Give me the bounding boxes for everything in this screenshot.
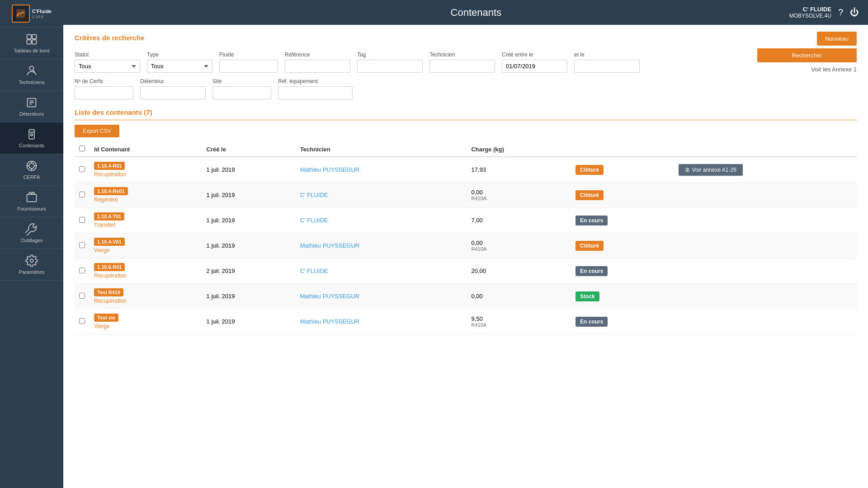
svg-rect-11 [29,130,34,139]
reference-group: Référence [285,52,350,73]
cerfa-input[interactable] [75,86,133,99]
statut-select[interactable]: Tous Clôturé En cours Stock [75,60,140,73]
contenant-id-badge[interactable]: 1.10.6-R01 [94,263,125,271]
sidebar-item-techniciens[interactable]: Techniciens [0,59,63,91]
technician-link[interactable]: Mathieu PUYSSEGUR [300,293,360,300]
header-user: C' FLUIDE MOBYSOLVE.4U [789,6,831,19]
sidebar-label-techniciens: Techniciens [19,80,44,85]
contenant-id-cell: 1.10.4-T01 Transfert [90,208,202,233]
technician-cell: Mathieu PUYSSEGUR [296,233,467,258]
detenteur-input[interactable] [140,86,206,99]
row-checkbox[interactable] [79,192,85,197]
technician-link[interactable]: Mathieu PUYSSEGUR [300,242,360,249]
cerfa-group: Nº de Cerfa [75,78,133,99]
contenant-id-badge[interactable]: 1.10.4-V01 [94,238,125,246]
row-checkbox[interactable] [79,217,85,223]
user-name: C' FLUIDE [789,6,831,13]
status-badge: Clôturé [576,165,604,175]
sidebar-item-detenteurs[interactable]: Détenteurs [0,91,63,122]
contenant-id-badge[interactable]: 1.10.4-T01 [94,212,124,221]
status-cell: Clôturé [571,233,674,258]
statut-label: Statut [75,52,140,58]
status-badge: Clôturé [576,241,604,251]
tag-group: Tag [357,52,423,73]
sidebar-logo: C'Fluide 1.10.6 [0,0,63,28]
col-charge: Charge (kg) [467,142,571,157]
actions-cell [674,208,857,233]
technicien-input[interactable] [429,60,495,73]
contenant-id-cell: Test R410 Récupération [90,284,202,309]
new-button[interactable]: Nouveau [817,32,857,46]
export-csv-button[interactable]: Export CSV [75,125,119,137]
cree-entre-input[interactable] [502,60,567,73]
status-cell: En cours [571,258,674,284]
fluide-input[interactable] [219,60,278,73]
row-checkbox[interactable] [79,293,85,299]
help-icon[interactable]: ? [838,7,843,18]
status-badge: Clôturé [576,190,604,200]
page-title: Contenants [163,7,789,19]
contenant-type: Récupération [94,272,198,279]
contenant-id-badge[interactable]: Test vie [94,314,118,322]
technician-link[interactable]: Mathieu PUYSSEGUR [300,166,360,173]
contenant-id-badge[interactable]: 1.10.4-Re01 [94,187,128,195]
sidebar-label-fournisseurs: Fournisseurs [17,206,46,211]
contenant-id-badge[interactable]: 1.10.4-R01 [94,162,125,170]
ref-equipement-input[interactable] [278,86,353,99]
action-buttons: Rechercher Voir les Annexe 1 [757,48,857,73]
sidebar-item-cerfa[interactable]: CERFA [0,154,63,186]
table-row: 1.10.4-R01 Récupération 1 juil. 2019 Mat… [75,157,857,183]
sidebar-item-outillages[interactable]: Outillages [0,217,63,249]
contenant-id-cell: 1.10.4-Re01 Régénéré [90,183,202,208]
technicien-group: Technicien [429,52,495,73]
search-button[interactable]: Rechercher [757,48,857,62]
actions-cell [674,183,857,208]
sidebar-label-tableau: Tableau de bord [14,48,50,53]
fluide-label: Fluide [219,52,278,58]
et-le-input[interactable] [574,60,640,73]
created-cell: 1 juil. 2019 [202,157,296,183]
table-row: 1.10.4-Re01 Régénéré 1 juil. 2019 C' FLU… [75,183,857,208]
sidebar-item-fournisseurs[interactable]: Fournisseurs [0,186,63,217]
status-badge: En cours [576,216,608,225]
list-title: Liste des contenants (7) [75,108,857,120]
cree-entre-group: Créé entre le [502,52,567,73]
tag-label: Tag [357,52,423,58]
created-cell: 1 juil. 2019 [202,233,296,258]
ref-equipement-label: Réf. équipement [278,78,353,84]
sidebar-label-cerfa: CERFA [24,174,40,180]
cree-entre-label: Créé entre le [502,52,567,58]
technician-cell: C' FLUIDE [296,183,467,208]
row-checkbox[interactable] [79,318,85,324]
charge-sub: R410A [471,196,566,201]
contenant-id-cell: Test vie Vierge [90,309,202,334]
search-criteria-section: Critères de recherche Nouveau Statut Tou… [75,34,857,99]
technician-link[interactable]: C' FLUIDE [300,192,328,198]
charge-cell: 20,00 [467,258,571,284]
row-checkbox[interactable] [79,242,85,248]
select-all-checkbox[interactable] [79,145,85,151]
technician-link[interactable]: Mathieu PUYSSEGUR [300,318,360,325]
voir-annexe-button[interactable]: 🗎 Voir annexe A1-26 [679,164,742,176]
col-tech: Technicien [296,142,467,157]
technician-link[interactable]: C' FLUIDE [300,217,328,224]
sidebar-item-contenants[interactable]: Contenants [0,122,63,154]
site-input[interactable] [212,86,271,99]
table-row: Test vie Vierge 1 juil. 2019 Mathieu PUY… [75,309,857,334]
actions-cell [674,233,857,258]
row-checkbox[interactable] [79,166,85,172]
type-select[interactable]: Tous Récupération Régénéré Transfert Vie… [147,60,212,73]
fluide-group: Fluide [219,52,278,73]
annexe-link[interactable]: Voir les Annexe 1 [811,66,857,73]
power-icon[interactable]: ⏻ [850,7,859,18]
sidebar-item-parametres[interactable]: Paramètres [0,249,63,281]
contenant-id-badge[interactable]: Test R410 [94,288,123,296]
technician-link[interactable]: C' FLUIDE [300,267,328,274]
contenant-type: Vierge [94,247,198,253]
row-checkbox[interactable] [79,267,85,273]
charge-sub: R410A [471,246,566,252]
reference-input[interactable] [285,60,350,73]
col-cree: Créé le [202,142,296,157]
tag-input[interactable] [357,60,423,73]
sidebar-item-tableau-de-bord[interactable]: Tableau de bord [0,28,63,59]
